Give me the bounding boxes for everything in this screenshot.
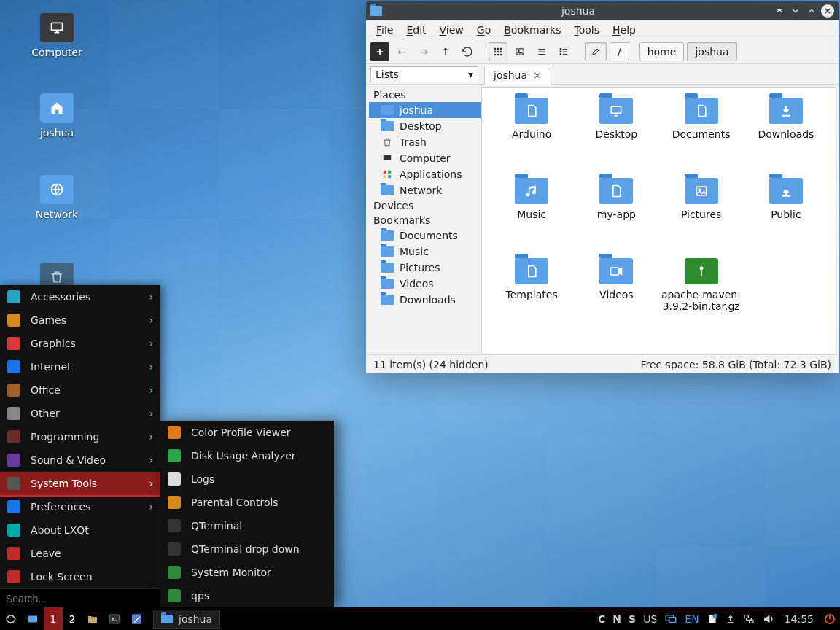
logout-button[interactable] (820, 607, 840, 630)
search-input[interactable] (6, 593, 155, 604)
file-templates[interactable]: Templates (491, 255, 572, 335)
minimize-button[interactable] (789, 4, 802, 18)
submenu-item-color-profile-viewer[interactable]: Color Profile Viewer (160, 421, 334, 444)
menu-label: Preferences (31, 501, 90, 513)
sidebar-item-desktop[interactable]: Desktop (369, 118, 481, 134)
tray-network-icon[interactable] (739, 607, 758, 630)
sidebar-mode-dropdown[interactable]: Lists▾ (370, 66, 478, 82)
submenu-item-parental-controls[interactable]: Parental Controls (160, 491, 334, 514)
menu-item-accessories[interactable]: Accessories› (0, 285, 160, 308)
shade-button[interactable] (773, 4, 786, 18)
file-grid[interactable]: ArduinoDesktopDocumentsDownloadsMusicmy-… (481, 87, 836, 354)
close-button[interactable] (821, 4, 834, 18)
menu-item-lock-screen[interactable]: Lock Screen (0, 565, 160, 588)
view-thumbnails-button[interactable] (510, 42, 529, 61)
menu-search[interactable] (0, 588, 160, 607)
file-downloads[interactable]: Downloads (745, 95, 827, 175)
workspace-1[interactable]: 1 (44, 607, 63, 630)
file-documents[interactable]: Documents (661, 95, 742, 175)
menu-go[interactable]: Go (471, 23, 497, 37)
file-apache-maven-3-9-2-bin-tar-gz[interactable]: apache-maven-3.9.2-bin.tar.gz (661, 255, 742, 335)
tab-close-icon[interactable]: × (533, 69, 542, 81)
folder-icon (381, 295, 394, 305)
menu-help[interactable]: Help (607, 23, 642, 37)
tab-joshua[interactable]: joshua× (484, 66, 551, 85)
reload-button[interactable] (458, 42, 477, 61)
launcher-editor[interactable] (125, 607, 147, 630)
sidebar-item-computer[interactable]: Computer (369, 150, 481, 166)
file-desktop[interactable]: Desktop (575, 95, 657, 175)
launcher-terminal[interactable] (104, 607, 125, 630)
num-indicator[interactable]: N (609, 607, 625, 630)
file-arduino[interactable]: Arduino (491, 95, 572, 175)
view-list-button[interactable] (554, 42, 573, 61)
path-root[interactable]: / (610, 42, 629, 61)
apps-icon (381, 169, 394, 179)
menu-bookmarks[interactable]: Bookmarks (498, 23, 567, 37)
clock[interactable]: 14:55 (779, 607, 820, 630)
file-public[interactable]: Public (745, 175, 827, 255)
up-button[interactable]: ↑ (436, 42, 455, 61)
menu-item-system-tools[interactable]: System Tools› (0, 472, 160, 495)
desktop-icon-computer[interactable]: Computer (22, 13, 92, 58)
menu-item-office[interactable]: Office› (0, 378, 160, 402)
path-home[interactable]: home (639, 42, 685, 61)
file-videos[interactable]: Videos (575, 255, 657, 335)
workspace-2[interactable]: 2 (63, 607, 82, 630)
titlebar[interactable]: joshua (366, 1, 839, 20)
menu-item-sound-video[interactable]: Sound & Video› (0, 448, 160, 472)
new-tab-button[interactable] (370, 42, 389, 61)
menu-tools[interactable]: Tools (568, 23, 605, 37)
menu-item-graphics[interactable]: Graphics› (0, 332, 160, 355)
submenu-item-qps[interactable]: qps (160, 584, 334, 607)
menu-edit[interactable]: Edit (400, 23, 432, 37)
menu-view[interactable]: View (434, 23, 470, 37)
sidebar-item-network[interactable]: Network (369, 182, 481, 198)
sidebar-item-applications[interactable]: Applications (369, 166, 481, 182)
desktop-icon-network[interactable]: Network (22, 175, 92, 220)
desktop-icon-home[interactable]: joshua (22, 93, 92, 139)
sidebar-item-music[interactable]: Music (369, 244, 481, 260)
submenu-item-qterminal[interactable]: QTerminal (160, 514, 334, 537)
menu-item-internet[interactable]: Internet› (0, 355, 160, 378)
menu-item-other[interactable]: Other› (0, 402, 160, 425)
view-icons-button[interactable] (489, 42, 508, 61)
tray-volume-icon[interactable] (758, 607, 779, 630)
tray-display-icon[interactable] (661, 607, 681, 630)
sidebar-item-pictures[interactable]: Pictures (369, 260, 481, 276)
scroll-indicator[interactable]: S (625, 607, 639, 630)
path-edit-button[interactable] (585, 42, 607, 61)
file-my-app[interactable]: my-app (575, 175, 657, 255)
menu-item-leave[interactable]: Leave (0, 542, 160, 565)
back-button[interactable]: ← (392, 42, 411, 61)
sidebar-item-trash[interactable]: Trash (369, 134, 481, 150)
menu-item-programming[interactable]: Programming› (0, 425, 160, 448)
folder-icon (515, 98, 548, 124)
menu-item-preferences[interactable]: Preferences› (0, 495, 160, 518)
kbd-layout[interactable]: US (639, 607, 661, 630)
file-music[interactable]: Music (491, 175, 572, 255)
submenu-item-logs[interactable]: Logs (160, 467, 334, 491)
tray-removable-icon[interactable] (722, 607, 739, 630)
maximize-button[interactable] (805, 4, 818, 18)
sidebar-item-joshua[interactable]: joshua (369, 102, 481, 118)
start-button[interactable] (0, 607, 22, 630)
file-pictures[interactable]: Pictures (661, 175, 742, 255)
menu-item-about-lxqt[interactable]: About LXQt (0, 518, 160, 542)
forward-button[interactable]: → (414, 42, 433, 61)
caps-indicator[interactable]: C (594, 607, 609, 630)
view-compact-button[interactable] (532, 42, 551, 61)
submenu-item-qterminal-drop-down[interactable]: QTerminal drop down (160, 537, 334, 561)
show-desktop-button[interactable] (22, 607, 44, 630)
sidebar-item-downloads[interactable]: Downloads (369, 292, 481, 308)
sidebar-item-documents[interactable]: Documents (369, 228, 481, 244)
launcher-files[interactable] (82, 607, 104, 630)
sidebar-item-videos[interactable]: Videos (369, 276, 481, 292)
task-file-manager[interactable]: joshua (153, 610, 220, 629)
menu-file[interactable]: File (370, 23, 399, 37)
submenu-item-disk-usage-analyzer[interactable]: Disk Usage Analyzer (160, 444, 334, 467)
menu-item-games[interactable]: Games› (0, 308, 160, 332)
submenu-item-system-monitor[interactable]: System Monitor (160, 561, 334, 584)
tray-updates-icon[interactable]: ! (703, 607, 722, 630)
kbd-lang[interactable]: EN (681, 607, 702, 630)
